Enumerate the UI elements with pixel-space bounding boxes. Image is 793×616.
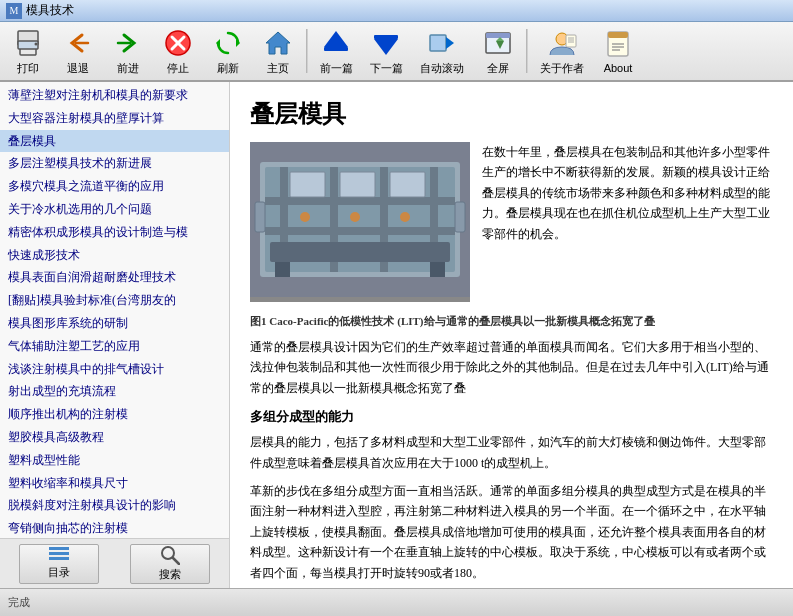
search-label: 搜索	[159, 567, 181, 582]
author-label: 关于作者	[540, 61, 584, 76]
sidebar-item[interactable]: 气体辅助注塑工艺的应用	[0, 335, 229, 358]
section-heading: 多组分成型的能力	[250, 408, 773, 426]
title-bar: M 模具技术	[0, 0, 793, 22]
article-title: 叠层模具	[250, 98, 773, 130]
stop-icon	[162, 27, 194, 59]
contents-label: 目录	[48, 565, 70, 580]
sidebar-item[interactable]: 叠层模具	[0, 130, 229, 153]
svg-rect-32	[49, 557, 69, 560]
main-container: 薄壁注塑对注射机和模具的新要求大型容器注射模具的壁厚计算叠层模具多层注塑模具技术…	[0, 82, 793, 588]
fullscreen-button[interactable]: 全屏	[474, 24, 522, 78]
article-para-3: 层模具的能力，包括了多材料成型和大型工业零部件，如汽车的前大灯棱镜和侧边饰件。大…	[250, 432, 773, 473]
prev-button[interactable]: 前一篇	[312, 24, 360, 78]
svg-rect-38	[265, 197, 455, 205]
svg-marker-15	[446, 37, 454, 49]
autoscroll-label: 自动滚动	[420, 61, 464, 76]
next-button[interactable]: 下一篇	[362, 24, 410, 78]
home-label: 主页	[267, 61, 289, 76]
status-text: 完成	[8, 595, 30, 610]
refresh-label: 刷新	[217, 61, 239, 76]
svg-rect-17	[486, 33, 510, 38]
svg-rect-26	[608, 32, 628, 38]
svg-rect-39	[265, 227, 455, 235]
sidebar-item[interactable]: 多模穴模具之流道平衡的应用	[0, 175, 229, 198]
author-icon	[546, 27, 578, 59]
author-button[interactable]: 关于作者	[532, 24, 592, 78]
sidebar-item[interactable]: 模具表面自润滑超耐磨处理技术	[0, 266, 229, 289]
back-button[interactable]: 退退	[54, 24, 102, 78]
svg-rect-46	[390, 172, 425, 197]
svg-rect-31	[49, 552, 69, 555]
app-icon: M	[6, 3, 22, 19]
refresh-button[interactable]: 刷新	[204, 24, 252, 78]
svg-marker-12	[374, 39, 398, 55]
svg-rect-47	[270, 242, 450, 262]
svg-line-34	[173, 558, 179, 564]
home-button[interactable]: 主页	[254, 24, 302, 78]
sidebar-item[interactable]: [翻贴]模具验封标准(台湾朋友的	[0, 289, 229, 312]
toolbar-separator-1	[306, 29, 308, 73]
stop-button[interactable]: 停止	[154, 24, 202, 78]
svg-rect-49	[430, 262, 445, 277]
app-title: 模具技术	[26, 2, 74, 19]
sidebar-item[interactable]: 薄壁注塑对注射机和模具的新要求	[0, 84, 229, 107]
svg-rect-30	[49, 547, 69, 550]
stop-label: 停止	[167, 61, 189, 76]
sidebar-item[interactable]: 脱模斜度对注射模具设计的影响	[0, 494, 229, 517]
sidebar-item[interactable]: 顺序推出机构的注射模	[0, 403, 229, 426]
sidebar-item[interactable]: 精密体积成形模具的设计制造与模	[0, 221, 229, 244]
svg-point-50	[300, 212, 310, 222]
toolbar-separator-2	[526, 29, 528, 73]
svg-rect-13	[374, 35, 398, 39]
sidebar-item[interactable]: 快速成形技术	[0, 244, 229, 267]
svg-rect-14	[430, 35, 446, 51]
forward-button[interactable]: 前进	[104, 24, 152, 78]
svg-rect-48	[275, 262, 290, 277]
print-icon	[12, 27, 44, 59]
svg-point-52	[400, 212, 410, 222]
sidebar-item[interactable]: 模具图形库系统的研制	[0, 312, 229, 335]
svg-marker-9	[266, 32, 290, 54]
autoscroll-icon	[426, 27, 458, 59]
svg-rect-44	[290, 172, 325, 197]
fullscreen-icon	[482, 27, 514, 59]
refresh-icon	[212, 27, 244, 59]
fullscreen-label: 全屏	[487, 61, 509, 76]
sidebar-item[interactable]: 大型容器注射模具的壁厚计算	[0, 107, 229, 130]
next-label: 下一篇	[370, 61, 403, 76]
svg-rect-45	[340, 172, 375, 197]
svg-rect-11	[324, 47, 348, 51]
search-button[interactable]: 搜索	[130, 544, 210, 584]
svg-rect-53	[255, 202, 265, 232]
about-icon	[602, 28, 634, 60]
next-icon	[370, 27, 402, 59]
home-icon	[262, 27, 294, 59]
back-icon	[62, 27, 94, 59]
sidebar-item[interactable]: 弯销侧向抽芯的注射模	[0, 517, 229, 538]
about-button[interactable]: About	[594, 24, 642, 78]
status-bar: 完成	[0, 588, 793, 616]
fig-caption: 图1 Caco-Pacific的低模性技术 (LIT)给与通常的叠层模具以一批新…	[250, 314, 773, 329]
sidebar: 薄壁注塑对注射机和模具的新要求大型容器注射模具的壁厚计算叠层模具多层注塑模具技术…	[0, 82, 230, 588]
toolbar: 打印 退退 前进 停止	[0, 22, 793, 82]
sidebar-item[interactable]: 射出成型的充填流程	[0, 380, 229, 403]
sidebar-item[interactable]: 多层注塑模具技术的新进展	[0, 152, 229, 175]
autoscroll-button[interactable]: 自动滚动	[412, 24, 472, 78]
sidebar-item[interactable]: 塑胶模具高级教程	[0, 426, 229, 449]
forward-icon	[112, 27, 144, 59]
svg-point-3	[35, 42, 38, 45]
contents-button[interactable]: 目录	[19, 544, 99, 584]
sidebar-item[interactable]: 关于冷水机选用的几个问题	[0, 198, 229, 221]
prev-icon	[320, 27, 352, 59]
article-para-2: 通常的叠层模具设计因为它们的生产效率超过普通的单面模具而闻名。它们大多用于相当小…	[250, 337, 773, 398]
article-para-4: 革新的步伐在多组分成型方面一直相当活跃。通常的单面多组分模具的典型成型方式是在模…	[250, 481, 773, 583]
forward-label: 前进	[117, 61, 139, 76]
sidebar-list: 薄壁注塑对注射机和模具的新要求大型容器注射模具的壁厚计算叠层模具多层注塑模具技术…	[0, 82, 229, 538]
print-label: 打印	[17, 61, 39, 76]
sidebar-item[interactable]: 塑料收缩率和模具尺寸	[0, 472, 229, 495]
svg-marker-10	[324, 31, 348, 47]
print-button[interactable]: 打印	[4, 24, 52, 78]
sidebar-item[interactable]: 浅谈注射模具中的排气槽设计	[0, 358, 229, 381]
sidebar-item[interactable]: 塑料成型性能	[0, 449, 229, 472]
content-area[interactable]: 叠层模具	[230, 82, 793, 588]
